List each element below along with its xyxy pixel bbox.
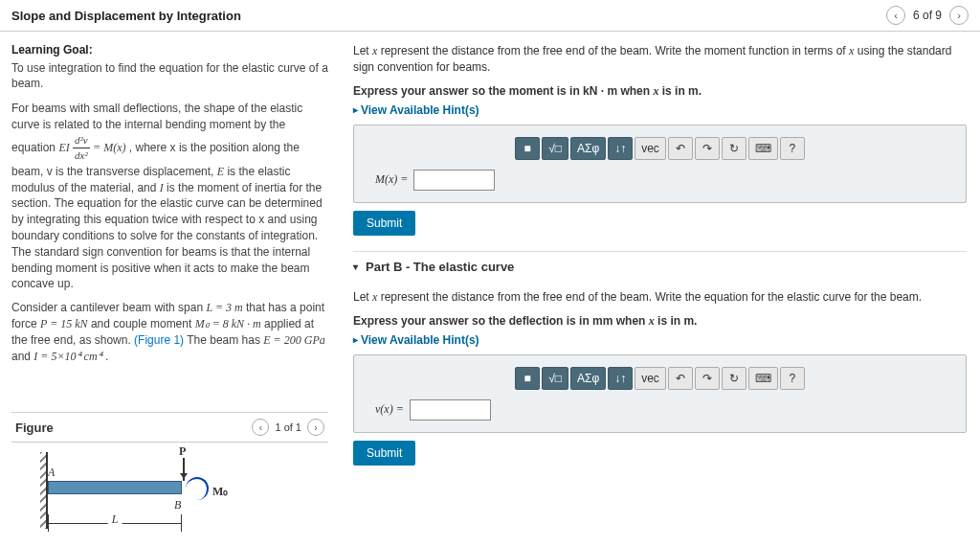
part-b-toolbar: ■ √□ ΑΣφ ↓↑ vec ↶ ↷ ↻ ⌨ ? [366, 367, 954, 390]
help-button[interactable]: ? [780, 137, 805, 160]
redo-button[interactable]: ↷ [695, 367, 720, 390]
figure-prev-button[interactable]: ‹ [252, 419, 269, 436]
figure-title: Figure [15, 421, 54, 435]
part-a-answer-input[interactable] [413, 170, 495, 191]
label-p: P [179, 444, 186, 459]
dimension-l: L [48, 514, 182, 532]
part-a-prompt: Let x represent the distance from the fr… [353, 43, 967, 76]
redo-button[interactable]: ↷ [695, 137, 720, 160]
vec-button[interactable]: vec [635, 367, 666, 390]
part-a-instruction: Express your answer so the moment is in … [353, 83, 967, 100]
part-a-input-label: M(x) = [375, 172, 408, 187]
theory-paragraph-1: For beams with small deflections, the sh… [11, 101, 328, 292]
part-a-section: Let x represent the distance from the fr… [353, 43, 967, 236]
reset-button[interactable]: ↻ [722, 367, 746, 390]
moment-arc-icon [186, 477, 209, 500]
prev-page-button[interactable]: ‹ [886, 6, 905, 25]
page-title: Slope and Displacement by Integration [11, 9, 241, 23]
undo-button[interactable]: ↶ [668, 137, 693, 160]
part-b-input-label: v(x) = [375, 402, 404, 417]
part-b-section: Let x represent the distance from the fr… [353, 289, 967, 466]
next-page-button[interactable]: › [949, 6, 969, 25]
label-m0: M₀ [212, 485, 228, 499]
fraction: d²v dx² [73, 133, 90, 164]
subscript-button[interactable]: ↓↑ [608, 367, 633, 390]
part-b-instruction: Express your answer so the deflection is… [353, 313, 967, 330]
sqrt-button[interactable]: √□ [542, 367, 568, 390]
figure-next-button[interactable]: › [307, 419, 324, 436]
label-b: B [174, 498, 181, 512]
vec-button[interactable]: vec [635, 137, 666, 160]
figure-progress: 1 of 1 [275, 421, 301, 433]
greek-button[interactable]: ΑΣφ [570, 137, 606, 160]
part-b-hints-toggle[interactable]: View Available Hint(s) [353, 333, 479, 347]
fixed-support-icon [40, 452, 48, 529]
part-a-submit-button[interactable]: Submit [353, 211, 415, 236]
part-a-answer-box: ■ √□ ΑΣφ ↓↑ vec ↶ ↷ ↻ ⌨ ? M(x) = [353, 125, 967, 203]
beam-diagram: A B P M₀ L [11, 443, 328, 546]
greek-button[interactable]: ΑΣφ [570, 367, 606, 390]
figure-link[interactable]: (Figure 1) [134, 333, 184, 347]
templates-button[interactable]: ■ [515, 137, 540, 160]
part-a-toolbar: ■ √□ ΑΣφ ↓↑ vec ↶ ↷ ↻ ⌨ ? [366, 137, 954, 160]
label-l: L [108, 512, 122, 527]
help-button[interactable]: ? [780, 367, 805, 390]
undo-button[interactable]: ↶ [668, 367, 693, 390]
keyboard-button[interactable]: ⌨ [748, 367, 778, 390]
figure-nav: ‹ 1 of 1 › [252, 419, 324, 436]
page-progress: 6 of 9 [913, 9, 942, 22]
sqrt-button[interactable]: √□ [542, 137, 568, 160]
beam-icon [48, 481, 182, 494]
subscript-button[interactable]: ↓↑ [608, 137, 633, 160]
page-header: Slope and Displacement by Integration ‹ … [0, 0, 980, 32]
part-b-submit-button[interactable]: Submit [353, 441, 415, 466]
part-a-hints-toggle[interactable]: View Available Hint(s) [353, 103, 479, 117]
part-b-answer-input[interactable] [410, 399, 491, 421]
keyboard-button[interactable]: ⌨ [748, 137, 778, 160]
templates-button[interactable]: ■ [515, 367, 540, 390]
learning-goal-title: Learning Goal: [11, 43, 328, 57]
figure-section: Figure ‹ 1 of 1 › A B P M₀ L [11, 412, 328, 546]
label-a: A [48, 466, 55, 480]
theory-paragraph-2: Consider a cantilever beam with span L =… [11, 300, 328, 364]
left-panel: Learning Goal: To use integration to fin… [0, 32, 340, 546]
page-nav: ‹ 6 of 9 › [886, 6, 969, 25]
force-arrow-icon [183, 458, 185, 481]
right-panel: Let x represent the distance from the fr… [340, 32, 980, 546]
part-b-prompt: Let x represent the distance from the fr… [353, 289, 967, 306]
learning-goal-text: To use integration to find the equation … [11, 60, 328, 91]
reset-button[interactable]: ↻ [722, 137, 746, 160]
part-b-answer-box: ■ √□ ΑΣφ ↓↑ vec ↶ ↷ ↻ ⌨ ? v(x) = [353, 354, 967, 433]
part-b-header[interactable]: Part B - The elastic curve [353, 251, 967, 282]
